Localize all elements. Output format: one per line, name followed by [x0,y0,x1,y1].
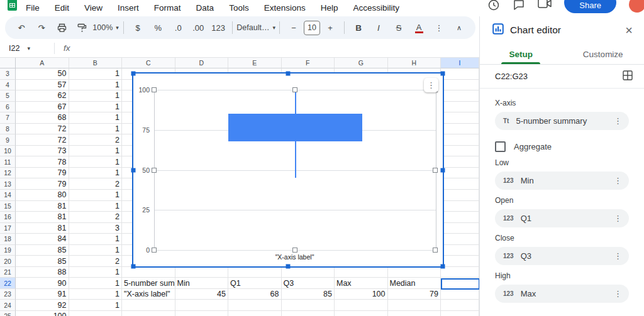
text-color-button[interactable]: A [409,19,429,36]
font-select[interactable]: Default…▾ [236,19,275,36]
row-header-5[interactable]: 5 [0,90,16,102]
row-header-24[interactable]: 24 [0,300,16,311]
cell-A6[interactable]: 67 [16,102,69,113]
more-icon[interactable]: ⋮ [609,214,626,223]
close-field[interactable]: 123 Q3 ⋮ [495,247,629,265]
plot-area-handle[interactable] [152,87,157,92]
row-header-6[interactable]: 6 [0,102,16,113]
cell-G25[interactable] [335,311,388,316]
cell-B13[interactable]: 2 [69,178,123,190]
cell-B16[interactable]: 2 [69,212,123,223]
decrease-decimals-button[interactable]: .0 [168,19,188,36]
tab-customize[interactable]: Customize [562,44,644,64]
cell-B10[interactable]: 1 [69,146,123,157]
increase-decimals-button[interactable]: .00 [188,19,208,36]
cell-A10[interactable]: 73 [16,146,69,157]
row-header-4[interactable]: 4 [0,80,16,91]
chart-resize-handle[interactable] [286,72,291,76]
cell-B17[interactable]: 3 [69,223,123,234]
cell-B14[interactable]: 1 [69,190,123,201]
high-field[interactable]: 123 Max ⋮ [495,285,629,303]
comment-icon[interactable] [513,0,525,11]
chart-resize-handle[interactable] [131,72,136,76]
format-currency-button[interactable]: $ [128,19,148,36]
open-field[interactable]: 123 Q1 ⋮ [495,209,629,227]
cell-I18[interactable] [441,234,479,245]
cell-F24[interactable] [282,300,335,311]
cell-A5[interactable]: 62 [16,90,69,102]
column-header-A[interactable]: A [16,58,69,68]
plot-area-handle[interactable] [433,168,438,173]
cell-A4[interactable]: 57 [16,80,69,91]
cell-A20[interactable]: 85 [16,256,69,267]
row-header-25[interactable]: 25 [0,311,16,316]
column-header-F[interactable]: F [282,58,335,68]
cell-A15[interactable]: 81 [16,201,69,212]
cell-G24[interactable] [335,300,388,311]
cell-C25[interactable] [122,311,175,316]
row-header-10[interactable]: 10 [0,146,16,157]
chart-resize-handle[interactable] [131,168,136,172]
select-data-range-icon[interactable] [623,70,633,82]
row-header-12[interactable]: 12 [0,168,16,179]
row-header-21[interactable]: 21 [0,267,16,278]
cell-H24[interactable] [388,300,441,311]
cell-D22[interactable]: Min [175,278,229,289]
cell-B23[interactable]: 1 [69,289,123,300]
row-header-11[interactable]: 11 [0,156,16,168]
row-header-19[interactable]: 19 [0,245,16,256]
cell-H25[interactable] [388,311,441,316]
cell-A23[interactable]: 91 [16,289,69,300]
plot-area-handle[interactable] [152,248,157,253]
more-icon[interactable]: ⋮ [609,251,626,261]
cell-A17[interactable]: 81 [16,223,69,234]
cell-A25[interactable]: 100 [16,311,69,316]
cell-I23[interactable] [441,289,479,300]
menu-view[interactable]: View [84,3,103,13]
cell-H21[interactable] [388,267,441,278]
chart-plot-area[interactable] [154,90,436,250]
cell-D24[interactable] [175,300,229,311]
column-header-D[interactable]: D [175,58,229,68]
cell-A21[interactable]: 88 [16,267,69,278]
cell-C23[interactable]: "X-axis label" [122,289,175,300]
cell-C22[interactable]: 5-number summary [122,278,175,289]
cell-B20[interactable]: 2 [69,256,123,267]
checkbox-icon[interactable] [495,141,506,152]
cell-B19[interactable]: 1 [69,245,123,256]
decrease-font-size-button[interactable]: − [284,19,304,36]
cell-B7[interactable]: 1 [69,112,123,124]
aggregate-checkbox[interactable]: Aggregate [495,141,629,152]
close-icon[interactable]: × [623,23,635,38]
plot-area-handle[interactable] [292,87,297,92]
bold-button[interactable]: B [348,19,369,36]
column-header-B[interactable]: B [69,58,123,68]
cell-B5[interactable]: 1 [69,90,123,102]
cell-I11[interactable] [441,156,479,168]
name-box[interactable]: I22 ▾ [0,44,54,53]
row-header-14[interactable]: 14 [0,190,16,201]
cell-B21[interactable]: 1 [69,267,123,278]
menu-format[interactable]: Format [154,3,181,13]
cell-E22[interactable]: Q1 [228,278,282,289]
cell-H22[interactable]: Median [388,278,441,289]
cell-E25[interactable] [228,311,282,316]
cell-G23[interactable]: 100 [335,289,388,300]
more-icon[interactable]: ⋮ [609,176,626,185]
menu-accessibility[interactable]: Accessibility [353,3,399,13]
row-header-17[interactable]: 17 [0,223,16,234]
share-button[interactable]: Share [564,0,616,13]
column-header-C[interactable]: C [122,58,175,68]
zoom-select[interactable]: 100%▾ [92,19,119,36]
cell-I17[interactable] [441,223,479,234]
column-header-H[interactable]: H [388,58,441,68]
cell-B9[interactable]: 2 [69,134,123,146]
cell-I7[interactable] [441,112,479,124]
cell-A24[interactable]: 92 [16,300,69,311]
cell-I8[interactable] [441,124,479,135]
cell-A8[interactable]: 72 [16,124,69,135]
cell-I21[interactable] [441,267,479,278]
cell-B22[interactable]: 1 [69,278,123,289]
cell-E21[interactable] [228,267,282,278]
row-header-13[interactable]: 13 [0,178,16,190]
